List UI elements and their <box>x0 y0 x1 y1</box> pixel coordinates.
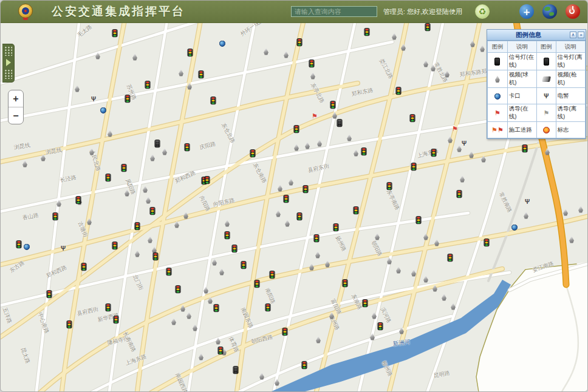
checkpoint-marker[interactable] <box>219 41 225 47</box>
signal-online-marker[interactable] <box>225 231 230 239</box>
signal-online-marker[interactable] <box>250 149 256 157</box>
legend-close-button[interactable]: × <box>578 32 584 38</box>
refresh-icon[interactable]: ♻ <box>475 4 490 19</box>
video-dome-marker[interactable] <box>423 233 429 240</box>
signal-online-marker[interactable] <box>522 144 528 152</box>
epolice-marker[interactable]: Ψ <box>462 140 467 147</box>
guidance-marker[interactable]: ⚑ <box>312 113 318 120</box>
zoom-out-button[interactable]: − <box>9 107 23 124</box>
signal-online-marker[interactable] <box>425 23 431 31</box>
video-dome-marker[interactable] <box>186 83 193 90</box>
video-dome-marker[interactable] <box>391 33 397 40</box>
video-dome-marker[interactable] <box>259 373 265 380</box>
globe-icon[interactable] <box>542 4 557 19</box>
video-dome-marker[interactable] <box>174 221 180 228</box>
video-dome-marker[interactable] <box>346 134 352 141</box>
signal-offline-marker[interactable] <box>155 140 160 147</box>
epolice-marker[interactable]: Ψ <box>91 96 96 103</box>
signal-online-marker[interactable] <box>309 59 315 67</box>
video-dome-marker[interactable] <box>432 285 438 292</box>
signal-online-marker[interactable] <box>387 182 392 190</box>
video-dome-marker[interactable] <box>211 259 217 266</box>
video-dome-marker[interactable] <box>186 312 192 319</box>
video-dome-marker[interactable] <box>183 212 189 219</box>
signal-online-marker[interactable] <box>297 212 303 220</box>
signal-online-marker[interactable] <box>150 207 156 215</box>
video-dome-marker[interactable] <box>444 70 450 78</box>
video-dome-marker[interactable] <box>430 64 436 72</box>
video-dome-marker[interactable] <box>274 379 280 386</box>
video-dome-marker[interactable] <box>479 45 485 52</box>
video-dome-marker[interactable] <box>329 312 335 319</box>
checkpoint-marker[interactable] <box>24 244 30 250</box>
signal-online-marker[interactable] <box>47 290 52 298</box>
signal-online-marker[interactable] <box>330 101 336 109</box>
signal-online-marker[interactable] <box>16 240 22 248</box>
zoom-in-button[interactable]: + <box>9 90 23 107</box>
video-dome-marker[interactable] <box>180 305 186 312</box>
video-dome-marker[interactable] <box>332 112 338 119</box>
video-dome-marker[interactable] <box>395 266 402 274</box>
power-logout-icon[interactable] <box>566 4 580 19</box>
signal-online-marker[interactable] <box>121 164 127 172</box>
signal-online-marker[interactable] <box>448 254 453 262</box>
signal-online-marker[interactable] <box>270 271 275 279</box>
video-dome-marker[interactable] <box>310 72 316 79</box>
signal-online-marker[interactable] <box>343 279 348 287</box>
video-dome-marker[interactable] <box>316 140 323 147</box>
video-dome-marker[interactable] <box>544 148 550 155</box>
video-dome-marker[interactable] <box>263 48 269 55</box>
signal-online-marker[interactable] <box>396 87 402 95</box>
video-dome-marker[interactable] <box>207 297 213 304</box>
video-dome-marker[interactable] <box>569 236 575 243</box>
signal-online-marker[interactable] <box>314 234 320 242</box>
video-dome-marker[interactable] <box>398 327 405 334</box>
search-input[interactable] <box>291 6 377 17</box>
signal-online-marker[interactable] <box>114 316 119 323</box>
video-dome-marker[interactable] <box>162 148 168 155</box>
video-dome-marker[interactable] <box>434 239 440 246</box>
signal-online-marker[interactable] <box>125 95 131 103</box>
signal-online-marker[interactable] <box>297 38 303 46</box>
modules-grid-icon[interactable] <box>498 5 511 18</box>
signal-online-marker[interactable] <box>333 223 339 231</box>
signal-online-marker[interactable] <box>364 28 370 36</box>
signal-online-marker[interactable] <box>411 163 417 171</box>
video-dome-marker[interactable] <box>423 60 429 67</box>
video-dome-marker[interactable] <box>147 236 153 243</box>
video-dome-marker[interactable] <box>441 294 447 301</box>
video-dome-marker[interactable] <box>578 206 584 213</box>
signal-online-marker[interactable] <box>67 320 72 328</box>
signal-online-marker[interactable] <box>294 125 299 133</box>
signal-online-marker[interactable] <box>153 252 159 260</box>
video-dome-marker[interactable] <box>400 44 406 51</box>
video-dome-marker[interactable] <box>277 184 283 192</box>
signal-online-marker[interactable] <box>302 361 307 369</box>
signal-online-marker[interactable] <box>484 238 490 246</box>
signal-online-marker[interactable] <box>232 245 238 252</box>
signal-offline-marker[interactable] <box>233 366 239 374</box>
video-dome-marker[interactable] <box>198 353 204 360</box>
signal-online-marker[interactable] <box>106 174 111 181</box>
video-dome-marker[interactable] <box>450 303 456 310</box>
video-dome-marker[interactable] <box>56 200 62 207</box>
signal-online-marker[interactable] <box>112 29 118 37</box>
video-dome-marker[interactable] <box>304 142 310 149</box>
video-dome-marker[interactable] <box>132 53 138 61</box>
video-dome-marker[interactable] <box>386 257 392 265</box>
signal-online-marker[interactable] <box>284 195 289 203</box>
video-dome-marker[interactable] <box>353 149 359 157</box>
signal-online-marker[interactable] <box>241 261 247 269</box>
video-dome-marker[interactable] <box>369 333 375 340</box>
video-dome-marker[interactable] <box>371 312 377 319</box>
signal-online-marker[interactable] <box>282 328 288 336</box>
video-dome-marker[interactable] <box>447 136 453 143</box>
video-dome-marker[interactable] <box>283 51 289 58</box>
epolice-marker[interactable]: Ψ <box>525 198 530 205</box>
signal-online-marker[interactable] <box>354 206 359 214</box>
signal-online-marker[interactable] <box>265 303 271 311</box>
signal-online-marker[interactable] <box>255 280 260 288</box>
video-dome-marker[interactable] <box>134 250 140 257</box>
video-dome-marker[interactable] <box>95 52 101 59</box>
signal-online-marker[interactable] <box>76 196 81 204</box>
